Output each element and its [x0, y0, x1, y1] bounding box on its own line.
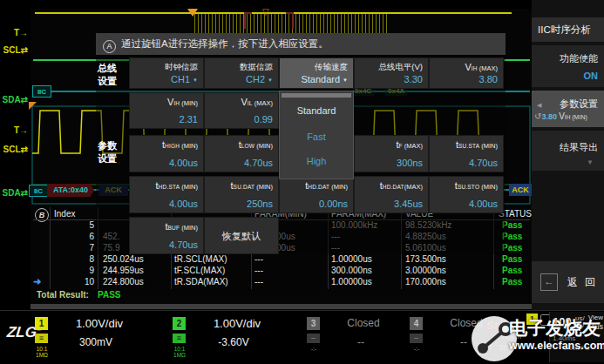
cell-status: Pass	[502, 266, 522, 275]
dropdown-scroll-hint	[282, 93, 351, 98]
coupling-icon: ≡	[35, 334, 48, 343]
knob-param-cond: (MIN)	[570, 114, 587, 120]
cell-param-min: ---	[254, 254, 263, 264]
knob-param-sym: V	[559, 111, 565, 121]
cell-status: Pass	[502, 277, 522, 286]
menu-item-param-settings[interactable]: ◀ 参数设置 ↺3.80 VIH (MIN)	[532, 91, 604, 127]
vil-max-cell[interactable]: VIL (MAX) 0.99	[204, 92, 279, 129]
channel-4-badge: 4	[410, 317, 423, 330]
dropdown-item-fast[interactable]: Fast	[280, 131, 353, 142]
thddat-max-cell[interactable]: tHD.DAT(MAX) 3.45us	[354, 176, 429, 213]
trigger-label-2: T→	[0, 125, 28, 135]
cell-param: tR.SCL(MAX)	[174, 254, 227, 264]
cell-label: tSU.STO (MIN)	[430, 177, 503, 191]
cell-param-max: 1.00000us	[331, 254, 372, 264]
knob-a-badge-icon: A	[103, 40, 116, 53]
channel-scale: 1.00V/div	[190, 317, 284, 330]
expand-arrow-icon: ▼	[587, 158, 594, 166]
cell-label: tLOW (MIN)	[205, 136, 278, 150]
run-state[interactable]: Stop	[486, 319, 512, 332]
channel-3-badge: 3	[307, 317, 320, 330]
cell-value: 0.99	[205, 114, 278, 128]
dropdown-item-standard[interactable]: Standard	[280, 105, 353, 116]
cell-param-max: 1.00000us	[331, 277, 372, 286]
cell-label: tBUF (MIN)	[130, 218, 203, 232]
scl-label-2: SCL⇄	[0, 145, 28, 154]
tsusto-min-cell[interactable]: tSU.STO (MIN) 4.00us	[429, 176, 504, 213]
cell-param: tF.SCL(MAX)	[174, 266, 225, 275]
bus-level-cell[interactable]: 总线电平(V) 3.30	[354, 57, 429, 89]
data-source-cell[interactable]: 数据信源 CH2▼	[204, 57, 279, 89]
timebase-panel[interactable]: 100 us/ div View 4us 1.40ms 2.00MPts	[549, 312, 604, 362]
cell-value: 3.45us	[355, 199, 428, 212]
cell-value: 4.00us	[130, 158, 203, 172]
cell-value: 4.70us	[205, 158, 278, 172]
tbuf-min-cell[interactable]: tBUF (MIN) 4.70us	[129, 217, 204, 254]
table-header-index: Index	[54, 209, 75, 219]
iic-bus-badge-1: IIC	[32, 85, 51, 98]
tsusta-min-cell[interactable]: tSU.STA (MIN) 4.70us	[429, 135, 504, 172]
cell-time: 250.024us	[103, 254, 144, 264]
dropdown-arrow-icon: ▼	[268, 78, 273, 83]
trigger-t-label: T	[488, 343, 493, 352]
view-span: 4us	[590, 322, 603, 331]
menu-item-function-enable[interactable]: 功能使能 ON	[532, 45, 604, 87]
trigger-mode: Norm	[502, 332, 521, 340]
marker-triangle-icon: ▽	[262, 7, 269, 17]
dialog-hint-text: 通过旋钮A进行选择操作，按下进入相应设置。	[121, 38, 329, 49]
dropdown-item-high[interactable]: High	[280, 156, 353, 166]
probe-info: -:-	[305, 346, 322, 352]
view-window-bracket-right	[286, 12, 294, 29]
menu-item-export-results[interactable]: 结果导出 ▼	[532, 131, 604, 171]
probe-info: -:-	[408, 346, 425, 352]
channel-scale: 1.00V/div	[52, 317, 146, 330]
back-label: 返回	[567, 275, 602, 290]
thigh-min-cell[interactable]: tHIGH (MIN) 4.00us	[129, 135, 204, 172]
tlow-min-cell[interactable]: tLOW (MIN) 4.70us	[204, 135, 279, 172]
cell-value: 4.00us	[130, 199, 203, 212]
trigger-level: 38V	[499, 343, 512, 352]
thdsta-min-cell[interactable]: tHD.STA (MIN) 4.00us	[129, 176, 204, 213]
transfer-speed-dropdown: Standard Fast High	[279, 91, 354, 179]
sda-label-2: SDA⇄	[0, 188, 28, 198]
tsudat-min-cell[interactable]: tSU.DAT (MIN) 250ns	[204, 176, 279, 213]
total-result-label: Total Result:	[37, 290, 89, 300]
status-bar: ZLG® 1 ≡ 10:11MΩ 1.00V/div 300mV 2 ≡ 10:…	[0, 310, 604, 364]
cell-label: tF (MAX)	[355, 136, 428, 150]
cell-index: 8	[52, 254, 94, 264]
thddat-min-cell[interactable]: tHD.DAT (MIN) 0.00ns	[279, 176, 354, 213]
param-settings-group-label: 参数设置	[98, 139, 120, 165]
menu-label: 参数设置	[532, 91, 604, 111]
timebase-value: 100	[553, 315, 572, 328]
cell-param-max: 300.000ns	[331, 266, 372, 275]
cell-value: 2.31	[130, 114, 203, 128]
cell-label: tHD.STA (MIN)	[130, 177, 203, 191]
trigger-label-1: T→	[0, 28, 28, 37]
cell-label: tSU.STA (MIN)	[430, 136, 503, 150]
coupling-icon: ≡	[173, 334, 186, 343]
channel-offset: 300mV	[52, 336, 139, 348]
cell-value: 3.30	[355, 74, 428, 88]
submenu-open-icon: ◀	[537, 102, 541, 109]
memory-depth: 2.00MPts	[564, 345, 590, 351]
cell-label: 总线电平(V)	[355, 58, 428, 73]
timebase-div: div	[575, 321, 584, 329]
cell-label: tHD.DAT(MAX)	[355, 177, 428, 191]
cell-value: CH1▼	[130, 74, 203, 88]
iic-bus-badge-2: IIC	[29, 185, 48, 197]
channel-offset: --	[324, 336, 397, 348]
cell-param-min: ---	[254, 266, 263, 275]
reset-defaults-button[interactable]: 恢复默认	[204, 217, 279, 254]
vih-min-cell[interactable]: VIH (MIN) 2.31	[129, 92, 204, 129]
zoom-window-corner-icon	[29, 102, 37, 110]
transfer-speed-cell[interactable]: 传输速度 Standard▼	[279, 57, 354, 89]
clock-source-cell[interactable]: 时钟信源 CH1▼	[129, 57, 204, 89]
screen-bottom-divider	[31, 304, 532, 309]
vih-max-cell[interactable]: VIH (MAX) 3.80	[429, 57, 504, 89]
cell-label: 传输速度	[280, 58, 353, 73]
back-button[interactable]: ← 返回	[532, 261, 604, 303]
cell-label: 时钟信源	[130, 58, 203, 73]
trigger-position-icon[interactable]	[187, 9, 198, 17]
tf-max-cell[interactable]: tF (MAX) 300ns	[354, 135, 429, 172]
knob-value: 3.80	[541, 112, 557, 121]
